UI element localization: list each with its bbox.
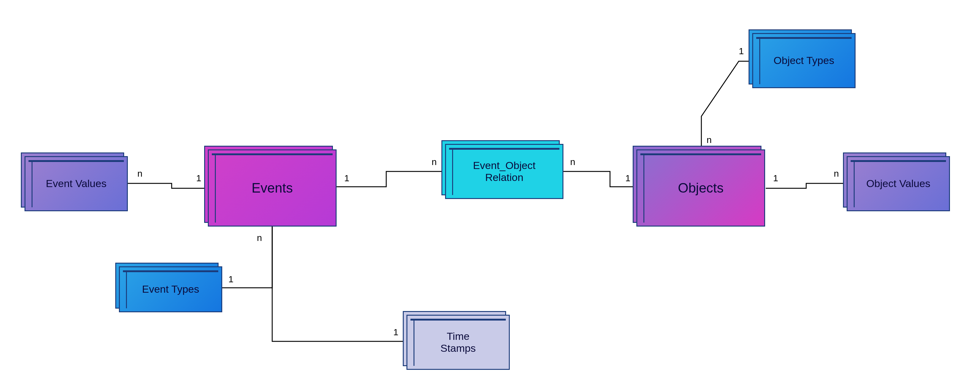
entity-label: Event Values bbox=[46, 177, 107, 190]
card-objects-top-n: n bbox=[706, 135, 712, 145]
entity-label: Object Types bbox=[774, 54, 834, 66]
entity-label: Events bbox=[252, 180, 293, 196]
card-eor-right-n: n bbox=[570, 157, 575, 167]
card-events-left-1: 1 bbox=[196, 173, 201, 184]
entity-time-stamps: Time Stamps bbox=[406, 315, 510, 370]
entity-event-values: Event Values bbox=[24, 156, 128, 211]
entity-label: Object Values bbox=[866, 177, 930, 190]
card-eor-left-n: n bbox=[432, 157, 437, 167]
card-events-right-1: 1 bbox=[344, 173, 350, 184]
entity-objects: Objects bbox=[636, 149, 765, 226]
card-object-values-n: n bbox=[834, 168, 839, 179]
entity-label: Time Stamps bbox=[441, 330, 476, 354]
card-time-stamps-1: 1 bbox=[393, 327, 398, 337]
entity-object-values: Object Values bbox=[846, 156, 950, 211]
card-object-types-1: 1 bbox=[739, 46, 744, 56]
entity-event-types: Event Types bbox=[119, 266, 222, 312]
entity-events: Events bbox=[208, 149, 337, 226]
card-events-bottom-n: n bbox=[257, 233, 262, 243]
entity-label: Event_Object Relation bbox=[473, 160, 536, 184]
entity-object-types: Object Types bbox=[752, 33, 856, 88]
card-objects-left-1: 1 bbox=[625, 173, 630, 184]
card-event-types-1: 1 bbox=[228, 274, 234, 285]
card-objects-right-1: 1 bbox=[773, 173, 778, 184]
entity-event-object-relation: Event_Object Relation bbox=[445, 144, 563, 199]
er-diagram-canvas: n 1 1 n n 1 1 n n 1 n 1 1 Event Values E… bbox=[0, 0, 980, 383]
entity-label: Objects bbox=[678, 180, 724, 196]
card-event-values-n: n bbox=[137, 168, 143, 179]
entity-label: Event Types bbox=[142, 283, 199, 295]
